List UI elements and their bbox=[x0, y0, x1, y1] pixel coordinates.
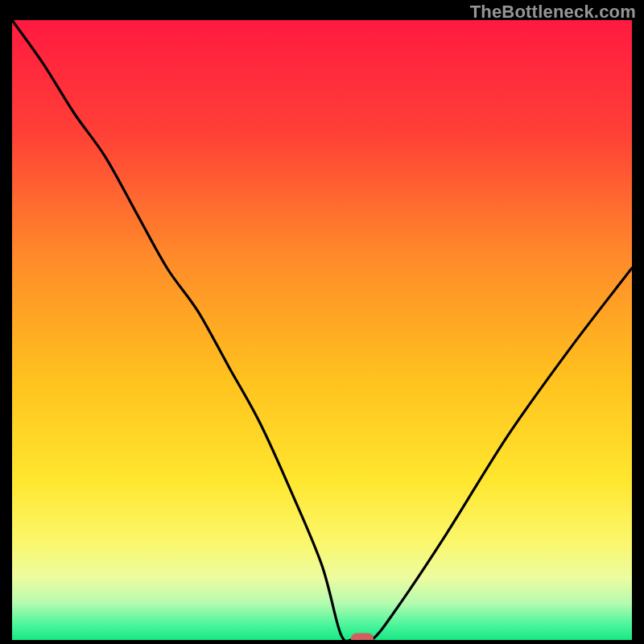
gradient-background bbox=[12, 20, 632, 640]
watermark-text: TheBottleneck.com bbox=[470, 2, 636, 23]
bottleneck-chart bbox=[12, 20, 632, 640]
bottleneck-marker bbox=[351, 634, 374, 641]
chart-stage: TheBottleneck.com bbox=[0, 0, 644, 644]
